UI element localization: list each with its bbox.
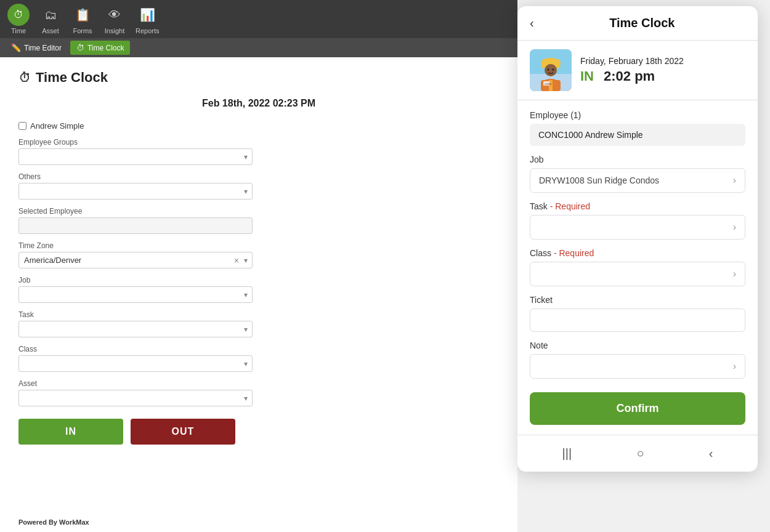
class-required-text: - Required [554,248,594,258]
page-title: ⏱ Time Clock [18,70,499,86]
task-group: Task [18,310,499,337]
mobile-note-label: Note [530,341,745,350]
job-chevron-icon: › [733,175,736,186]
asset-select[interactable] [18,390,253,406]
tab-time-editor[interactable]: ✏️ Time Editor [5,41,68,55]
nav-label-insight: Insight [105,27,124,34]
selected-employee-input[interactable] [18,217,253,234]
clock-out-button[interactable]: OUT [131,419,235,445]
task-label: Task [18,310,499,319]
job-select[interactable] [18,286,253,303]
nav-label-reports: Reports [136,27,160,34]
nav-item-asset[interactable]: 🗂 Asset [39,4,62,34]
mobile-panel: ‹ Time Clock [517,6,758,472]
brand-name: WorkMax [59,518,89,526]
time-icon: ⏱ [7,4,30,26]
mobile-employee-section-label: Employee (1) [530,110,745,120]
mobile-task-field[interactable]: › [530,215,745,240]
asset-label: Asset [18,379,499,388]
page-title-text: Time Clock [36,70,108,86]
job-label: Job [18,276,499,284]
mobile-back-button[interactable]: ‹ [530,16,539,30]
mobile-job-label: Job [530,155,745,164]
mobile-employee-value: CONC1000 Andrew Simple [530,124,745,146]
mobile-task-group: Task - Required › [530,201,745,240]
footer-home-button[interactable]: ○ [626,444,654,463]
svg-text:CONC: CONC [545,83,552,86]
mobile-ticket-input[interactable] [530,308,745,332]
mobile-class-field[interactable]: › [530,262,745,286]
others-select[interactable] [18,183,253,200]
action-buttons: IN OUT [18,419,499,445]
asset-icon: 🗂 [39,4,62,26]
desktop-app: ⏱ Time 🗂 Asset 📋 Forms 👁 Insight 📊 Repor… [0,0,517,532]
footer-back-button[interactable]: ‹ [699,444,723,463]
others-label: Others [18,172,499,181]
clock-in-button[interactable]: IN [18,419,123,445]
mobile-footer: ||| ○ ‹ [517,435,758,472]
employee-avatar: CONC [530,49,572,91]
employee-date: Friday, February 18th 2022 [580,56,745,66]
others-select-wrapper[interactable] [18,183,253,200]
confirm-button[interactable]: Confirm [530,392,745,425]
job-select-wrapper[interactable] [18,286,253,303]
mobile-header: ‹ Time Clock [517,6,758,41]
status-in-label: IN [580,68,594,84]
selected-employee-group: Selected Employee [18,207,499,234]
task-select[interactable] [18,321,253,337]
tab-time-clock-label: Time Clock [87,44,124,52]
asset-select-wrapper[interactable] [18,390,253,406]
mobile-class-label: Class - Required [530,248,745,258]
employee-groups-select-wrapper[interactable] [18,148,253,165]
svg-point-6 [553,69,554,71]
nav-label-asset: Asset [42,27,59,34]
powered-by-footer: Powered By WorkMax [0,512,517,532]
employee-status-row: IN 2:02 pm [580,68,745,84]
tab-time-clock[interactable]: ⏱ Time Clock [70,41,131,55]
mobile-ticket-group: Ticket [530,295,745,332]
tab-bar: ✏️ Time Editor ⏱ Time Clock [0,38,517,57]
nav-item-insight[interactable]: 👁 Insight [103,4,126,34]
employee-info: Friday, February 18th 2022 IN 2:02 pm [580,56,745,84]
class-select-wrapper[interactable] [18,355,253,372]
employee-groups-select[interactable] [18,148,253,165]
mobile-note-group: Note › [530,341,745,379]
class-label: Class [18,345,499,353]
footer-menu-button[interactable]: ||| [553,444,582,463]
mobile-note-field[interactable]: › [530,354,745,379]
time-editor-icon: ✏️ [11,43,21,52]
class-group: Class [18,345,499,372]
nav-item-time[interactable]: ⏱ Time [7,4,30,34]
time-zone-group: Time Zone America/Denver [18,241,499,268]
time-zone-select-wrapper[interactable]: America/Denver [18,252,253,268]
nav-label-forms: Forms [73,27,92,34]
page-title-icon: ⏱ [18,71,31,85]
andrew-checkbox[interactable] [18,122,26,130]
others-group: Others [18,172,499,200]
class-select[interactable] [18,355,253,372]
selected-employee-label: Selected Employee [18,207,499,216]
mobile-job-field[interactable]: DRYW1008 Sun Ridge Condos › [530,168,745,193]
status-time-label: 2:02 pm [604,68,655,84]
task-select-wrapper[interactable] [18,321,253,337]
mobile-class-group: Class - Required › [530,248,745,286]
mobile-title: Time Clock [539,16,745,30]
time-zone-select[interactable]: America/Denver [18,252,253,268]
nav-item-reports[interactable]: 📊 Reports [136,4,160,34]
mobile-task-label: Task - Required [530,201,745,211]
menu-icon: ||| [562,446,572,460]
form-date: Feb 18th, 2022 02:23 PM [18,98,499,109]
mobile-job-group: Job DRYW1008 Sun Ridge Condos › [530,155,745,193]
powered-by-text: Powered By [18,518,57,526]
task-required-text: - Required [550,201,590,211]
note-chevron-icon: › [733,361,736,372]
top-nav: ⏱ Time 🗂 Asset 📋 Forms 👁 Insight 📊 Repor… [0,0,517,38]
employee-groups-label: Employee Groups [18,138,499,147]
mobile-ticket-label: Ticket [530,295,745,305]
nav-item-forms[interactable]: 📋 Forms [71,4,94,34]
forms-icon: 📋 [71,4,94,26]
time-zone-label: Time Zone [18,241,499,250]
tab-time-editor-label: Time Editor [24,44,62,52]
employee-checkbox-row[interactable]: Andrew Simple [18,121,499,131]
mobile-body: Employee (1) CONC1000 Andrew Simple Job … [517,100,758,435]
